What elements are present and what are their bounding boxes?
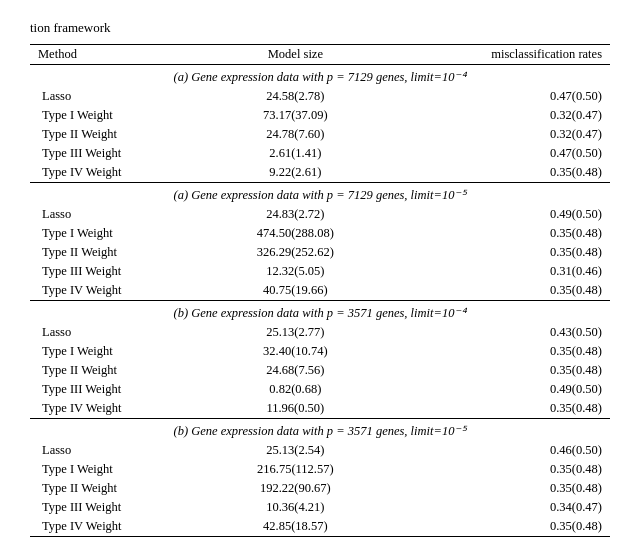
method-cell: Type IV Weight: [30, 163, 211, 183]
table-row: Lasso25.13(2.77)0.43(0.50): [30, 323, 610, 342]
model-size-cell: 42.85(18.57): [211, 517, 380, 537]
model-size-cell: 24.68(7.56): [211, 361, 380, 380]
table-row: Type II Weight24.68(7.56)0.35(0.48): [30, 361, 610, 380]
misc-rate-cell: 0.47(0.50): [380, 87, 610, 106]
col-misc: misclassification rates: [380, 45, 610, 65]
misc-rate-cell: 0.35(0.48): [380, 361, 610, 380]
table-row: Type I Weight216.75(112.57)0.35(0.48): [30, 460, 610, 479]
misc-rate-cell: 0.32(0.47): [380, 106, 610, 125]
model-size-cell: 24.78(7.60): [211, 125, 380, 144]
method-cell: Type III Weight: [30, 380, 211, 399]
model-size-cell: 474.50(288.08): [211, 224, 380, 243]
table-row: Type IV Weight42.85(18.57)0.35(0.48): [30, 517, 610, 537]
model-size-cell: 10.36(4.21): [211, 498, 380, 517]
misc-rate-cell: 0.47(0.50): [380, 144, 610, 163]
method-cell: Lasso: [30, 87, 211, 106]
misc-rate-cell: 0.35(0.48): [380, 224, 610, 243]
method-cell: Type I Weight: [30, 342, 211, 361]
misc-rate-cell: 0.32(0.47): [380, 125, 610, 144]
col-method: Method: [30, 45, 211, 65]
model-size-cell: 32.40(10.74): [211, 342, 380, 361]
model-size-cell: 9.22(2.61): [211, 163, 380, 183]
method-cell: Lasso: [30, 441, 211, 460]
method-cell: Type I Weight: [30, 460, 211, 479]
misc-rate-cell: 0.35(0.48): [380, 163, 610, 183]
table-row: Type III Weight12.32(5.05)0.31(0.46): [30, 262, 610, 281]
table-row: Lasso24.83(2.72)0.49(0.50): [30, 205, 610, 224]
table-row: Type II Weight192.22(90.67)0.35(0.48): [30, 479, 610, 498]
misc-rate-cell: 0.31(0.46): [380, 262, 610, 281]
misc-rate-cell: 0.35(0.48): [380, 342, 610, 361]
misc-rate-cell: 0.35(0.48): [380, 243, 610, 262]
method-cell: Type II Weight: [30, 243, 211, 262]
misc-rate-cell: 0.35(0.48): [380, 479, 610, 498]
model-size-cell: 40.75(19.66): [211, 281, 380, 301]
misc-rate-cell: 0.35(0.48): [380, 460, 610, 479]
model-size-cell: 11.96(0.50): [211, 399, 380, 419]
model-size-cell: 0.82(0.68): [211, 380, 380, 399]
method-cell: Type III Weight: [30, 498, 211, 517]
method-cell: Type IV Weight: [30, 399, 211, 419]
method-cell: Lasso: [30, 323, 211, 342]
misc-rate-cell: 0.35(0.48): [380, 399, 610, 419]
model-size-cell: 216.75(112.57): [211, 460, 380, 479]
model-size-cell: 25.13(2.54): [211, 441, 380, 460]
results-table: Method Model size misclassification rate…: [30, 44, 610, 537]
model-size-cell: 73.17(37.09): [211, 106, 380, 125]
model-size-cell: 24.83(2.72): [211, 205, 380, 224]
method-cell: Type III Weight: [30, 262, 211, 281]
model-size-cell: 192.22(90.67): [211, 479, 380, 498]
method-cell: Type III Weight: [30, 144, 211, 163]
method-cell: Type II Weight: [30, 479, 211, 498]
table-row: Type IV Weight9.22(2.61)0.35(0.48): [30, 163, 610, 183]
method-cell: Type II Weight: [30, 125, 211, 144]
table-row: Type II Weight24.78(7.60)0.32(0.47): [30, 125, 610, 144]
table-row: Type III Weight10.36(4.21)0.34(0.47): [30, 498, 610, 517]
method-cell: Lasso: [30, 205, 211, 224]
table-row: Lasso24.58(2.78)0.47(0.50): [30, 87, 610, 106]
table-row: Type IV Weight40.75(19.66)0.35(0.48): [30, 281, 610, 301]
section-header: (a) Gene expression data with p = 7129 g…: [30, 65, 610, 88]
misc-rate-cell: 0.43(0.50): [380, 323, 610, 342]
table-row: Type I Weight474.50(288.08)0.35(0.48): [30, 224, 610, 243]
table-row: Type III Weight0.82(0.68)0.49(0.50): [30, 380, 610, 399]
table-row: Type I Weight73.17(37.09)0.32(0.47): [30, 106, 610, 125]
table-row: Type III Weight2.61(1.41)0.47(0.50): [30, 144, 610, 163]
col-model-size: Model size: [211, 45, 380, 65]
table-row: Type II Weight326.29(252.62)0.35(0.48): [30, 243, 610, 262]
model-size-cell: 24.58(2.78): [211, 87, 380, 106]
page-title: tion framework: [30, 20, 610, 36]
method-cell: Type IV Weight: [30, 281, 211, 301]
misc-rate-cell: 0.34(0.47): [380, 498, 610, 517]
misc-rate-cell: 0.46(0.50): [380, 441, 610, 460]
section-header: (b) Gene expression data with p = 3571 g…: [30, 301, 610, 324]
method-cell: Type IV Weight: [30, 517, 211, 537]
model-size-cell: 326.29(252.62): [211, 243, 380, 262]
table-row: Type IV Weight11.96(0.50)0.35(0.48): [30, 399, 610, 419]
table-row: Lasso25.13(2.54)0.46(0.50): [30, 441, 610, 460]
section-header: (b) Gene expression data with p = 3571 g…: [30, 419, 610, 442]
misc-rate-cell: 0.49(0.50): [380, 380, 610, 399]
table-row: Type I Weight32.40(10.74)0.35(0.48): [30, 342, 610, 361]
model-size-cell: 25.13(2.77): [211, 323, 380, 342]
misc-rate-cell: 0.35(0.48): [380, 281, 610, 301]
model-size-cell: 12.32(5.05): [211, 262, 380, 281]
method-cell: Type I Weight: [30, 224, 211, 243]
method-cell: Type I Weight: [30, 106, 211, 125]
method-cell: Type II Weight: [30, 361, 211, 380]
model-size-cell: 2.61(1.41): [211, 144, 380, 163]
misc-rate-cell: 0.49(0.50): [380, 205, 610, 224]
misc-rate-cell: 0.35(0.48): [380, 517, 610, 537]
section-header: (a) Gene expression data with p = 7129 g…: [30, 183, 610, 206]
